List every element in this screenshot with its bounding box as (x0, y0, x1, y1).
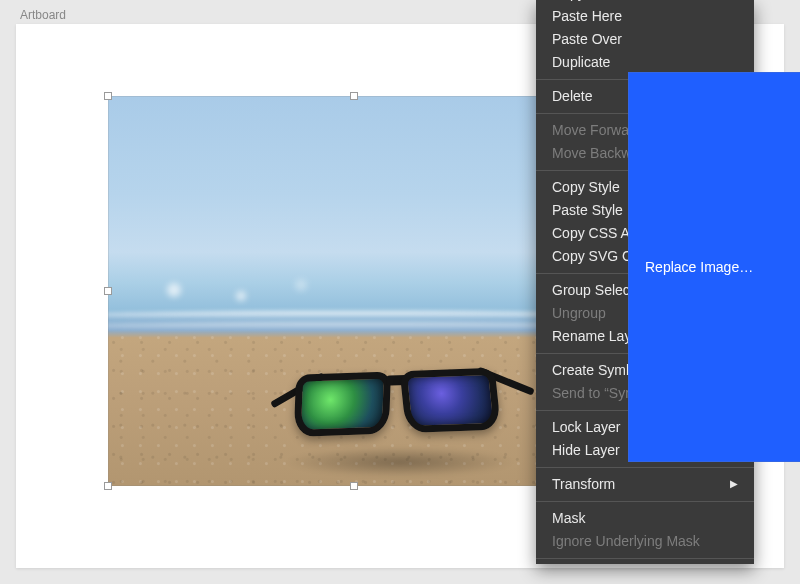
menu-item[interactable]: Mask (536, 507, 754, 530)
menu-item-label: Rename Layer (552, 327, 644, 345)
menu-item-label: Move Forward (552, 121, 641, 139)
menu-item[interactable]: Copy Style (536, 176, 754, 199)
menu-item-label: Create Symbol (552, 361, 645, 379)
menu-item-label: Ignore Underlying Mask (552, 532, 700, 550)
menu-item-label: Hide Layer (552, 441, 620, 459)
menu-item-label: Delete (552, 87, 592, 105)
menu-item[interactable]: Hide Layer (536, 439, 754, 462)
menu-item[interactable]: Paste Style (536, 199, 754, 222)
menu-separator (536, 410, 754, 411)
menu-item-label: Mask (552, 509, 585, 527)
menu-item-label: Paste Style (552, 201, 623, 219)
menu-separator (536, 501, 754, 502)
menu-item-label: Ungroup (552, 304, 606, 322)
menu-item-label: Lock Layer (552, 418, 620, 436)
menu-item[interactable]: Rename Layer (536, 325, 754, 348)
menu-item[interactable]: Group Selection (536, 279, 754, 302)
menu-item-label: Move Backward (552, 144, 652, 162)
menu-item-label: Copy Style (552, 178, 620, 196)
menu-item-label: Paste Over (552, 30, 622, 48)
menu-item-label: Paste Here (552, 7, 622, 25)
menu-item: Ignore Underlying Mask (536, 530, 754, 553)
menu-item-label: Send to “Symbols” Page (552, 384, 704, 402)
menu-item[interactable]: Copy CSS Attributes (536, 222, 754, 245)
menu-item[interactable]: Transform▶ (536, 473, 754, 496)
menu-item: Move Backward (536, 142, 754, 165)
sunglasses-icon (293, 357, 516, 455)
menu-item[interactable]: Copy SVG Code (536, 245, 754, 268)
menu-item: Ungroup (536, 302, 754, 325)
menu-item: Send to “Symbols” Page (536, 382, 754, 405)
menu-item[interactable]: Delete (536, 85, 754, 108)
menu-item-label: Copy SVG Code (552, 247, 656, 265)
menu-item[interactable]: Paste Over (536, 28, 754, 51)
menu-item[interactable]: Paste Here (536, 5, 754, 28)
menu-separator (536, 170, 754, 171)
menu-item-label: Duplicate (552, 53, 610, 71)
menu-item-label: Group Selection (552, 281, 652, 299)
menu-separator (536, 558, 754, 559)
menu-item[interactable]: Duplicate (536, 51, 754, 74)
artboard-label: Artboard (20, 8, 66, 22)
submenu-arrow-icon: ▶ (730, 475, 738, 493)
selected-image[interactable] (108, 96, 600, 486)
menu-separator (536, 113, 754, 114)
menu-item-label: Copy (552, 0, 585, 2)
context-menu[interactable]: CopyPaste HerePaste OverDuplicateDeleteM… (536, 0, 754, 564)
menu-item-label: Transform (552, 475, 615, 493)
menu-item: Move Forward (536, 119, 754, 142)
menu-item-label: Copy CSS Attributes (552, 224, 680, 242)
menu-separator (536, 353, 754, 354)
menu-separator (536, 467, 754, 468)
menu-item[interactable]: Lock Layer (536, 416, 754, 439)
menu-separator (536, 273, 754, 274)
menu-separator (536, 79, 754, 80)
menu-item[interactable]: Create Symbol (536, 359, 754, 382)
